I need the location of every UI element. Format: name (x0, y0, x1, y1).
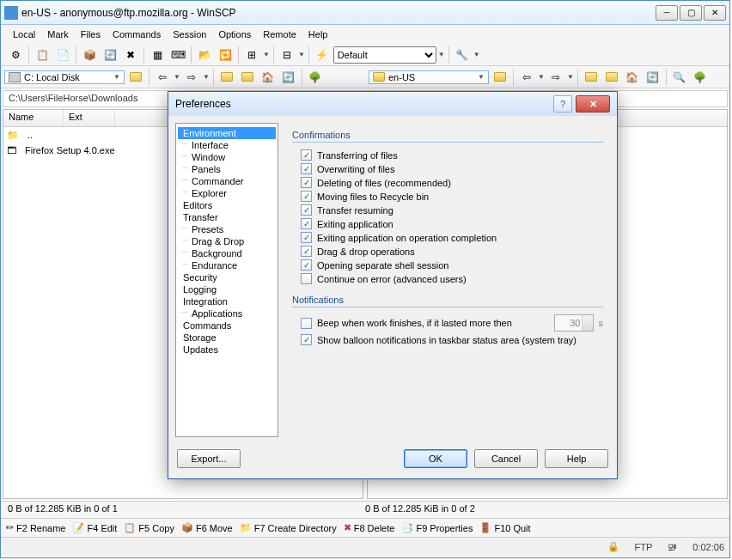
local-drive-select[interactable]: C: Local Disk ▼ (4, 70, 125, 84)
checkbox-row[interactable]: ✓Transferring of files (301, 149, 603, 161)
refresh-icon[interactable]: 🔄 (644, 68, 662, 87)
fkey-copy[interactable]: 📋 F5 Copy (124, 522, 174, 533)
checkbox-row[interactable]: ✓Moving files to Recycle bin (301, 191, 603, 202)
menu-commands[interactable]: Commands (107, 27, 166, 41)
back-icon[interactable]: ⇦ (153, 68, 172, 87)
tree-item-storage[interactable]: Storage (178, 332, 276, 344)
dialog-help-button[interactable]: ? (553, 95, 572, 113)
tool-icon[interactable]: ⚡ (313, 46, 332, 64)
tree-item-window[interactable]: Window (178, 151, 276, 163)
folder-icon[interactable] (238, 68, 257, 87)
help-button[interactable]: Help (545, 449, 608, 468)
tool-icon[interactable]: ⚙ (6, 46, 25, 64)
checkbox-row[interactable]: ✓Exiting application (301, 218, 603, 229)
tree-item-endurance[interactable]: Endurance (178, 259, 276, 271)
tree-icon[interactable]: 🌳 (691, 68, 710, 87)
folder-icon[interactable] (217, 68, 236, 87)
transfer-preset-select[interactable]: Default (333, 46, 436, 64)
fkey-properties[interactable]: 📑 F9 Properties (401, 522, 473, 533)
home-icon[interactable]: 🏠 (259, 68, 278, 87)
checkbox[interactable]: ✓ (301, 334, 312, 345)
tree-item-presets[interactable]: Presets (178, 223, 276, 235)
open-folder-icon[interactable] (126, 68, 145, 87)
preferences-tree[interactable]: EnvironmentInterfaceWindowPanelsCommande… (175, 123, 278, 437)
tree-item-integration[interactable]: Integration (178, 295, 276, 307)
menu-remote[interactable]: Remote (258, 27, 302, 41)
checkbox[interactable]: ✓ (301, 163, 312, 174)
checkbox[interactable]: ✓ (301, 191, 312, 202)
forward-icon[interactable]: ⇨ (182, 68, 201, 87)
home-icon[interactable]: 🏠 (623, 68, 642, 87)
tool-icon[interactable]: 📄 (53, 46, 72, 64)
duration-spinner[interactable]: 30 (554, 314, 594, 332)
tree-item-interface[interactable]: Interface (178, 139, 276, 151)
checkbox[interactable] (301, 273, 312, 284)
fkey-create-dir[interactable]: 📁 F7 Create Directory (240, 522, 337, 533)
tree-item-transfer[interactable]: Transfer (178, 211, 276, 223)
tree-item-commander[interactable]: Commander (178, 175, 276, 187)
tool-icon[interactable]: 🔄 (101, 46, 119, 64)
tool-icon[interactable]: 📦 (80, 46, 99, 64)
remote-folder-select[interactable]: en-US ▼ (369, 70, 489, 84)
tool-icon[interactable]: ▦ (148, 46, 167, 64)
col-name[interactable]: Name (3, 110, 64, 126)
menu-session[interactable]: Session (168, 27, 211, 41)
menu-help[interactable]: Help (303, 27, 333, 41)
checkbox[interactable]: ✓ (301, 259, 312, 271)
fkey-quit[interactable]: 🚪 F10 Quit (479, 522, 530, 533)
folder-icon[interactable] (582, 68, 601, 87)
tree-item-background[interactable]: Background (178, 247, 276, 259)
checkbox[interactable]: ✓ (301, 177, 312, 188)
tool-icon[interactable]: 🔧 (453, 46, 472, 64)
close-button[interactable]: ✕ (704, 5, 726, 21)
checkbox-row[interactable]: Continue on error (advanced users) (301, 273, 603, 284)
minimize-button[interactable]: ─ (656, 5, 678, 21)
fkey-edit[interactable]: 📝 F4 Edit (72, 522, 117, 533)
checkbox-row[interactable]: ✓Transfer resuming (301, 204, 603, 216)
tree-item-logging[interactable]: Logging (178, 283, 276, 295)
tree-item-explorer[interactable]: Explorer (178, 187, 276, 199)
refresh-icon[interactable]: 🔄 (279, 68, 298, 87)
tool-icon[interactable]: ⊟ (278, 46, 296, 64)
tree-item-security[interactable]: Security (178, 271, 276, 283)
col-ext[interactable]: Ext (64, 110, 115, 126)
checkbox[interactable] (301, 318, 312, 329)
checkbox[interactable]: ✓ (301, 232, 312, 243)
tree-item-applications[interactable]: Applications (178, 307, 276, 320)
tool-icon[interactable]: ⌨ (168, 46, 187, 64)
tool-icon[interactable]: 📂 (195, 46, 214, 64)
back-icon[interactable]: ⇦ (517, 68, 536, 87)
fkey-rename[interactable]: ✏ F2 Rename (6, 522, 65, 533)
tree-item-editors[interactable]: Editors (178, 199, 276, 211)
menu-files[interactable]: Files (76, 27, 106, 41)
tool-icon[interactable]: ✖ (121, 46, 140, 64)
checkbox-row[interactable]: ✓Overwriting of files (301, 163, 603, 174)
maximize-button[interactable]: ▢ (680, 5, 702, 21)
folder-icon[interactable] (602, 68, 621, 87)
open-folder-icon[interactable] (491, 68, 509, 87)
checkbox[interactable]: ✓ (301, 204, 312, 216)
find-icon[interactable]: 🔍 (670, 68, 689, 87)
export-button[interactable]: Export... (177, 449, 241, 468)
fkey-move[interactable]: 📦 F6 Move (181, 522, 233, 533)
dialog-close-button[interactable]: ✕ (576, 95, 610, 113)
tree-item-panels[interactable]: Panels (178, 163, 276, 175)
menu-options[interactable]: Options (213, 27, 256, 41)
tree-item-updates[interactable]: Updates (178, 344, 276, 356)
checkbox-row[interactable]: ✓Show balloon notifications in taskbar s… (301, 334, 603, 345)
tool-icon[interactable]: ⊞ (242, 46, 261, 64)
tree-item-drag-drop[interactable]: Drag & Drop (178, 235, 276, 247)
cancel-button[interactable]: Cancel (474, 449, 538, 468)
checkbox-row[interactable]: ✓Opening separate shell session (301, 259, 603, 271)
checkbox-row[interactable]: ✓Exiting application on operation comple… (301, 232, 603, 243)
ok-button[interactable]: OK (404, 449, 467, 468)
tool-icon[interactable]: 🔁 (216, 46, 235, 64)
menu-local[interactable]: Local (8, 27, 40, 41)
forward-icon[interactable]: ⇨ (546, 68, 565, 87)
tool-icon[interactable]: 📋 (33, 46, 52, 64)
tree-icon[interactable]: 🌳 (306, 68, 325, 87)
tree-item-environment[interactable]: Environment (178, 127, 276, 139)
checkbox-row[interactable]: ✓Drag & drop operations (301, 246, 603, 257)
checkbox[interactable]: ✓ (301, 246, 312, 257)
checkbox[interactable]: ✓ (301, 218, 312, 229)
